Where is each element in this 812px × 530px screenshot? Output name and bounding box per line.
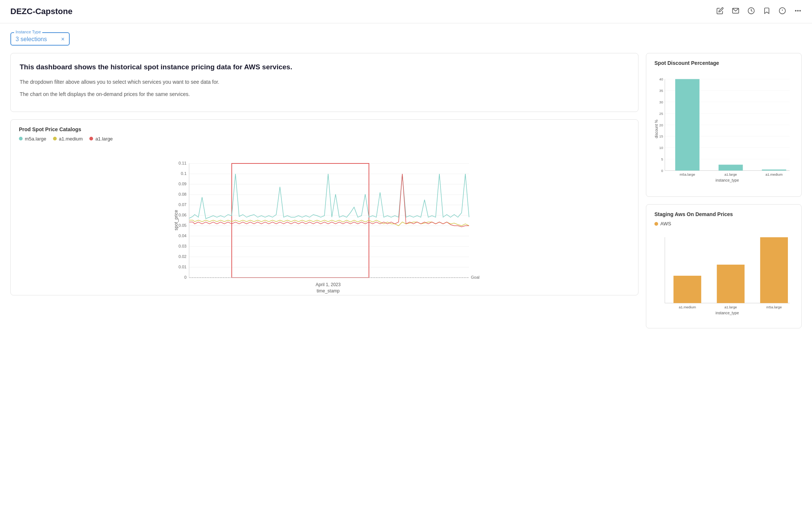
- svg-text:spot_price: spot_price: [174, 210, 179, 231]
- svg-text:instance_type: instance_type: [716, 311, 739, 315]
- main-content: Instance Type 3 selections × This dashbo…: [0, 23, 812, 337]
- bar-m5a-large: [675, 79, 699, 170]
- pencil-icon[interactable]: [716, 7, 724, 16]
- svg-text:5: 5: [661, 158, 663, 161]
- intro-card: This dashboard shows the historical spot…: [10, 53, 638, 112]
- svg-text:Goal: Goal: [471, 275, 479, 279]
- svg-text:20: 20: [659, 123, 663, 127]
- svg-text:0.03: 0.03: [179, 244, 187, 248]
- bar-a1-medium: [762, 169, 786, 170]
- svg-text:10: 10: [659, 146, 663, 150]
- spot-discount-chart-title: Spot Discount Percentage: [654, 60, 793, 66]
- legend-item-m5a-large: m5a.large: [19, 136, 46, 142]
- legend-label-m5a-large: m5a.large: [25, 136, 46, 142]
- legend-dot-m5a-large: [19, 137, 23, 140]
- spot-discount-chart-area: 0 5 10 15 20 25 30 35 40: [654, 70, 793, 190]
- bar-staging-a1-large: [717, 265, 745, 303]
- svg-text:0.05: 0.05: [179, 223, 187, 228]
- svg-text:0.02: 0.02: [179, 254, 187, 259]
- legend-label-a1-medium: a1.medium: [59, 136, 83, 142]
- svg-text:a1.large: a1.large: [724, 305, 737, 309]
- spot-price-svg: 0 0.01 0.02 0.03 0.04 0.05 0.06 0.07 0.0…: [19, 146, 630, 287]
- svg-text:instance_type: instance_type: [716, 178, 739, 182]
- spot-price-legend: m5a.large a1.medium a1.large: [19, 136, 630, 142]
- svg-text:0.06: 0.06: [179, 213, 187, 217]
- right-column: Spot Discount Percentage 0 5 10 15 20 25…: [646, 53, 802, 328]
- staging-svg: a1.medium a1.large m5a.large instance_ty…: [654, 231, 793, 320]
- spot-price-chart-card: Prod Spot Price Catalogs m5a.large a1.me…: [10, 119, 638, 295]
- svg-text:a1.medium: a1.medium: [679, 305, 696, 309]
- svg-text:35: 35: [659, 89, 663, 93]
- app-container: DEZC-Capstone: [0, 0, 812, 530]
- svg-text:m5a.large: m5a.large: [680, 173, 695, 176]
- svg-text:a1.large: a1.large: [724, 173, 737, 176]
- svg-text:a1.medium: a1.medium: [765, 173, 782, 176]
- legend-dot-a1-large: [89, 137, 93, 140]
- svg-rect-35: [232, 163, 369, 278]
- svg-text:30: 30: [659, 100, 663, 104]
- spot-discount-svg: 0 5 10 15 20 25 30 35 40: [654, 70, 793, 188]
- svg-text:time_stamp: time_stamp: [317, 288, 340, 294]
- bar-staging-a1-medium: [673, 276, 701, 303]
- header-icons: [716, 7, 802, 16]
- svg-text:m5a.large: m5a.large: [766, 305, 782, 309]
- info-icon[interactable]: [779, 7, 786, 16]
- more-icon[interactable]: [794, 7, 802, 16]
- header: DEZC-Capstone: [0, 0, 812, 23]
- svg-text:40: 40: [659, 77, 663, 81]
- clock-icon[interactable]: [747, 7, 755, 16]
- spot-price-chart-title: Prod Spot Price Catalogs: [19, 126, 630, 132]
- legend-item-a1-large: a1.large: [89, 136, 113, 142]
- bookmark-icon[interactable]: [763, 7, 770, 16]
- legend-label-a1-large: a1.large: [95, 136, 113, 142]
- svg-text:0.09: 0.09: [179, 182, 187, 186]
- svg-text:0.01: 0.01: [179, 265, 187, 269]
- filter-section: Instance Type 3 selections ×: [10, 32, 802, 46]
- svg-text:15: 15: [659, 135, 663, 138]
- staging-chart-area: a1.medium a1.large m5a.large instance_ty…: [654, 231, 793, 321]
- svg-text:0.08: 0.08: [179, 192, 187, 196]
- bar-a1-large: [719, 165, 743, 170]
- svg-text:0.07: 0.07: [179, 202, 187, 207]
- filter-close-button[interactable]: ×: [61, 36, 65, 43]
- spot-price-chart-area: 0 0.01 0.02 0.03 0.04 0.05 0.06 0.07 0.0…: [19, 146, 630, 288]
- page-title: DEZC-Capstone: [10, 7, 72, 16]
- svg-text:0.1: 0.1: [181, 171, 187, 176]
- instance-type-filter[interactable]: Instance Type 3 selections ×: [10, 32, 70, 46]
- svg-point-5: [795, 10, 796, 11]
- dashboard-grid: This dashboard shows the historical spot…: [10, 53, 802, 328]
- filter-value: 3 selections: [16, 36, 47, 43]
- svg-point-7: [800, 10, 801, 11]
- intro-paragraph1: The dropdown filter above allows you to …: [20, 78, 629, 86]
- legend-item-a1-medium: a1.medium: [53, 136, 83, 142]
- filter-label: Instance Type: [14, 30, 42, 34]
- staging-legend: AWS: [654, 221, 793, 226]
- intro-heading: This dashboard shows the historical spot…: [20, 62, 629, 72]
- svg-text:0: 0: [661, 169, 663, 173]
- svg-text:April 1, 2023: April 1, 2023: [316, 282, 341, 287]
- svg-point-6: [798, 10, 799, 11]
- staging-chart-card: Staging Aws On Demand Prices AWS: [646, 204, 802, 328]
- intro-paragraph2: The chart on the left displays the on-de…: [20, 90, 629, 98]
- legend-dot-a1-medium: [53, 137, 57, 140]
- svg-text:0.04: 0.04: [179, 233, 187, 238]
- staging-chart-title: Staging Aws On Demand Prices: [654, 211, 793, 217]
- legend-label-aws: AWS: [660, 221, 671, 226]
- left-column: This dashboard shows the historical spot…: [10, 53, 638, 328]
- mail-icon[interactable]: [732, 7, 739, 16]
- svg-text:discount %: discount %: [654, 120, 658, 138]
- legend-item-aws: AWS: [654, 221, 671, 226]
- svg-text:0.11: 0.11: [179, 161, 187, 165]
- svg-text:25: 25: [659, 112, 663, 116]
- bar-staging-m5a-large: [760, 237, 788, 303]
- spot-discount-chart-card: Spot Discount Percentage 0 5 10 15 20 25…: [646, 53, 802, 197]
- svg-text:0: 0: [184, 275, 187, 279]
- filter-pill-content: 3 selections ×: [16, 35, 65, 43]
- legend-dot-aws: [654, 222, 658, 226]
